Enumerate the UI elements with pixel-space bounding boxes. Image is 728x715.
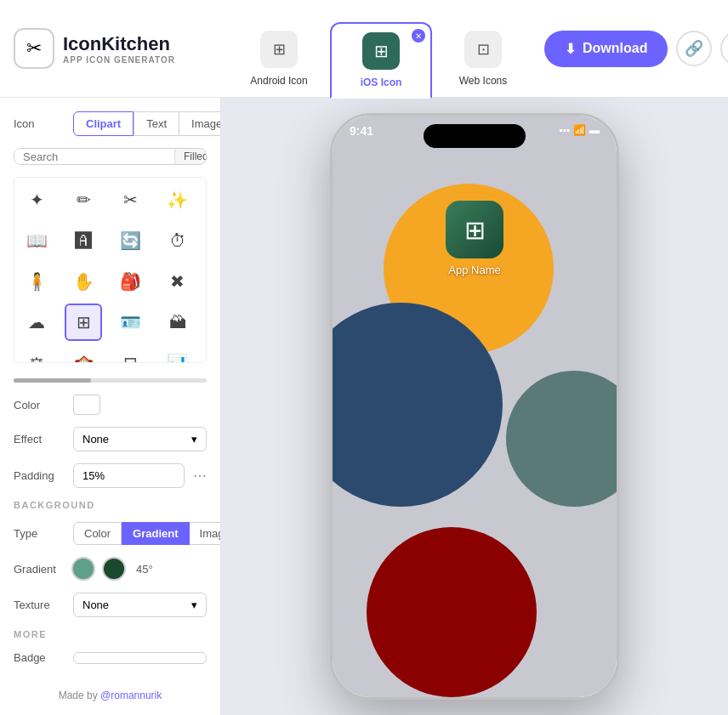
text-tab[interactable]: Text (134, 111, 179, 136)
icon-cell[interactable]: ✦ (18, 181, 55, 218)
wallpaper-shape-teal (506, 371, 617, 507)
bg-type-buttons: Color Gradient Image (73, 522, 221, 545)
header-actions: ⬇ Download 🔗 ⋯ (544, 31, 728, 67)
badge-field[interactable] (73, 652, 207, 664)
background-section-title: BACKGROUND (14, 500, 207, 510)
bg-type-row: Type Color Gradient Image (14, 522, 207, 545)
phone-time: 9:41 (350, 124, 373, 138)
texture-label: Texture (14, 599, 65, 611)
icon-type-row: Icon Clipart Text Image (14, 111, 207, 136)
link-icon: 🔗 (685, 39, 703, 58)
ios-tab-close[interactable]: ✕ (412, 29, 425, 43)
phone-status-bar: 9:41 ▪▪▪ 📶 ▬ (333, 116, 617, 158)
main: Icon Clipart Text Image Filled ▾ ✦ ✏ ✂ ✨… (0, 98, 728, 715)
color-swatch[interactable] (73, 394, 100, 415)
color-row: Color (14, 394, 207, 415)
download-label: Download (583, 41, 647, 56)
badge-label: Badge (14, 651, 65, 664)
texture-value: None (82, 599, 109, 611)
badge-row: Badge (14, 651, 207, 664)
icon-tabs: Clipart Text Image (73, 111, 221, 136)
footer: Made by @romannurik (14, 689, 207, 701)
effect-chevron-icon: ▾ (191, 433, 197, 445)
icon-cell[interactable]: 🧍 (18, 263, 55, 300)
icon-cell[interactable]: 🏔 (159, 304, 196, 341)
grid-scrollbar[interactable] (14, 378, 207, 383)
gradient-row: Gradient 45° (14, 557, 207, 581)
icon-cell[interactable]: ✋ (65, 263, 102, 300)
icon-cell[interactable]: 🅰 (65, 222, 102, 259)
icon-label: Icon (14, 117, 65, 130)
gradient-label: Gradient (14, 563, 65, 576)
signal-icon: ▪▪▪ (559, 124, 570, 136)
tab-android[interactable]: ⊞ Android Icon (228, 20, 330, 97)
icon-cell[interactable]: ✖ (159, 263, 196, 300)
color-label: Color (14, 399, 65, 411)
gradient-color2-swatch[interactable] (102, 557, 126, 581)
icon-cell[interactable]: 🪪 (112, 304, 150, 341)
app-icon-container: ⊞ App Name (446, 201, 503, 276)
tab-web[interactable]: ⊡ Web Icons (432, 20, 534, 97)
icon-cell[interactable]: 🏫 (65, 344, 102, 363)
sidebar: Icon Clipart Text Image Filled ▾ ✦ ✏ ✂ ✨… (0, 98, 221, 715)
search-row: Filled ▾ (14, 148, 207, 165)
download-button[interactable]: ⬇ Download (544, 31, 668, 67)
phone-mockup: 9:41 ▪▪▪ 📶 ▬ ⊞ App Name (330, 113, 619, 700)
effect-label: Effect (14, 433, 65, 445)
icon-cell[interactable]: ⚖ (18, 344, 55, 363)
ios-tab-label: iOS Icon (361, 77, 402, 88)
phone-status-icons: ▪▪▪ 📶 ▬ (559, 124, 600, 136)
link-button[interactable]: 🔗 (676, 31, 712, 66)
icon-cell[interactable]: 📖 (18, 222, 55, 259)
effect-value: None (82, 433, 109, 445)
image-tab[interactable]: Image (179, 111, 221, 136)
gradient-color1-swatch[interactable] (71, 557, 95, 581)
app-name: IconKitchen (63, 33, 175, 55)
logo-icon: ✂ (14, 28, 54, 69)
filter-label: Filled (184, 150, 207, 162)
android-tab-label: Android Icon (250, 75, 307, 87)
icon-cell[interactable]: ✨ (159, 181, 196, 218)
padding-value: 15% (82, 469, 105, 482)
bg-image-btn[interactable]: Image (190, 522, 221, 545)
icon-cell-selected[interactable]: ⊞ (65, 304, 102, 341)
grid-scrollbar-thumb (14, 378, 91, 383)
tab-ios[interactable]: ✕ ⊞ iOS Icon (330, 22, 432, 99)
search-filter[interactable]: Filled ▾ (174, 148, 207, 165)
logo-text: IconKitchen APP ICON GENERATOR (63, 33, 175, 65)
more-section-title: MORE (14, 629, 207, 639)
bg-color-btn[interactable]: Color (73, 522, 122, 545)
padding-more-icon[interactable]: ⋯ (193, 468, 207, 484)
icon-cell[interactable]: ✂ (112, 181, 150, 218)
more-button[interactable]: ⋯ (720, 31, 728, 66)
gradient-angle: 45° (136, 563, 153, 576)
app-icon-image: ⊞ (446, 201, 503, 258)
icon-cell[interactable]: ☁ (18, 304, 55, 341)
footer-link[interactable]: @romannurik (100, 689, 162, 701)
icon-cell[interactable]: ⊟ (112, 344, 150, 363)
android-tab-icon: ⊞ (260, 31, 298, 68)
clipart-tab[interactable]: Clipart (73, 111, 134, 136)
texture-select[interactable]: None ▾ (73, 593, 207, 617)
preview-area: 9:41 ▪▪▪ 📶 ▬ ⊞ App Name (221, 98, 728, 715)
bg-gradient-btn[interactable]: Gradient (122, 522, 189, 545)
icon-cell[interactable]: 📊 (159, 344, 196, 363)
footer-text: Made by (59, 689, 100, 701)
app-icon-label: App Name (448, 264, 500, 276)
wallpaper-shape-red (367, 527, 537, 697)
app-subtitle: APP ICON GENERATOR (63, 55, 175, 65)
header: ✂ IconKitchen APP ICON GENERATOR ⊞ Andro… (0, 0, 728, 98)
battery-icon: ▬ (589, 124, 600, 136)
texture-chevron-icon: ▾ (191, 599, 197, 611)
download-icon: ⬇ (565, 41, 576, 57)
logo-area: ✂ IconKitchen APP ICON GENERATOR (14, 28, 218, 69)
icon-cell[interactable]: 🔄 (112, 222, 150, 259)
effect-select[interactable]: None ▾ (73, 427, 207, 451)
icon-cell[interactable]: ✏ (65, 181, 102, 218)
icon-cell[interactable]: 🎒 (112, 263, 150, 300)
search-input[interactable] (14, 148, 174, 165)
padding-field[interactable]: 15% (73, 463, 185, 488)
wifi-icon: 📶 (573, 124, 586, 136)
icon-cell[interactable]: ⏱ (159, 222, 196, 259)
bg-type-label: Type (14, 527, 65, 540)
